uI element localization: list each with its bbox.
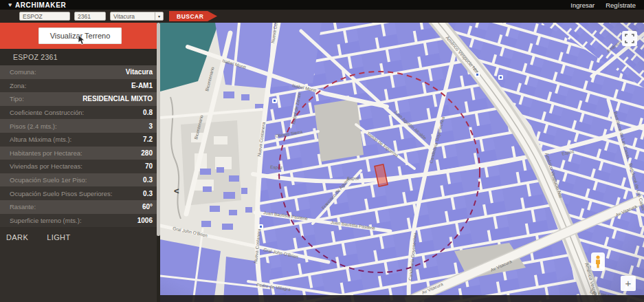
table-row: Comuna: Vitacura: [0, 65, 160, 79]
row-label: Ocupación Suelo 1er Piso:: [10, 176, 87, 184]
table-row: Pisos (2.4 mts.): 3: [0, 119, 160, 133]
row-value: RESIDENCIAL MIXTO: [82, 95, 153, 103]
row-value: 7.2: [143, 136, 153, 143]
row-value: 0.8: [143, 109, 153, 116]
row-value: 60°: [142, 203, 153, 211]
table-row: Superficie terreno (mts.): 1006: [0, 214, 160, 228]
row-label: Zona:: [10, 82, 26, 89]
register-link[interactable]: Regístrate: [606, 1, 636, 9]
map-canvas[interactable]: Nueva Costanera Nueva Costanera Nueva Co…: [160, 23, 644, 302]
table-row: Rasante: 60°: [0, 200, 160, 214]
map-bottom-bar: [160, 295, 644, 302]
row-label: Coeficiente Construcción:: [10, 109, 84, 116]
row-label: Habitantes por Hectarea:: [10, 149, 82, 157]
buscar-button[interactable]: BUSCAR: [169, 11, 217, 21]
table-row: Habitantes por Hectarea: 280: [0, 147, 160, 160]
zoom-in-button[interactable]: +: [621, 276, 636, 291]
logo-text: ARCHIMAKER: [15, 1, 66, 9]
table-row: Altura Máxima (mts.): 7.2: [0, 133, 160, 147]
row-label: Viviendas por Hectareas:: [10, 162, 82, 170]
archimaker-logo-icon: ♥: [8, 2, 12, 8]
comuna-selected-value: Vitacura: [111, 13, 135, 20]
pegman-control[interactable]: [591, 252, 605, 271]
row-value: 280: [141, 149, 153, 157]
row-label: Rasante:: [10, 203, 36, 211]
theme-dark-button[interactable]: DARK: [6, 233, 28, 241]
visualizar-terreno-button[interactable]: Visualizar Terreno: [38, 28, 122, 44]
row-label: Altura Máxima (mts.):: [10, 136, 71, 143]
row-label: Comuna:: [10, 68, 36, 76]
table-row: Ocupación Suelo 1er Piso: 0.3: [0, 173, 160, 187]
search-bar: Vitacura ▾ BUSCAR: [0, 10, 644, 23]
building: [214, 136, 227, 144]
table-row: Coeficiente Construcción: 0.8: [0, 106, 160, 120]
theme-switcher: DARK LIGHT: [0, 233, 160, 241]
table-row: Ocupación Suelo Pisos Superiores: 0.3: [0, 186, 160, 200]
results-sidebar: Visualizar Terreno ESPOZ 2361 Comuna: Vi…: [0, 23, 160, 302]
result-title: ESPOZ 2361: [0, 49, 160, 65]
row-value: 3: [148, 122, 153, 130]
row-value: Vitacura: [126, 68, 153, 76]
row-label: Pisos (2.4 mts.):: [10, 122, 57, 130]
action-banner: Visualizar Terreno: [0, 23, 160, 49]
svg-text:+: +: [625, 277, 632, 289]
login-link[interactable]: Ingresar: [570, 1, 595, 9]
row-value: 0.3: [143, 176, 153, 184]
table-row: Tipo: RESIDENCIAL MIXTO: [0, 92, 160, 106]
row-value: 0.3: [143, 190, 153, 197]
table-row: Viviendas por Hectareas: 70: [0, 160, 160, 173]
archimaker-logo[interactable]: ♥ ARCHIMAKER: [8, 1, 66, 9]
fullscreen-button[interactable]: [622, 31, 637, 46]
account-links: Ingresar Regístrate: [570, 1, 636, 9]
row-value: E-AM1: [131, 82, 153, 89]
comuna-select[interactable]: Vitacura ▾: [110, 12, 164, 21]
number-input[interactable]: [74, 12, 106, 21]
row-value: 70: [145, 162, 153, 170]
chevron-down-icon: ▾: [155, 12, 163, 20]
row-label: Superficie terreno (mts.):: [10, 217, 82, 224]
street-input[interactable]: [19, 12, 70, 21]
theme-light-button[interactable]: LIGHT: [47, 233, 70, 241]
top-bar: ♥ ARCHIMAKER Ingresar Regístrate: [0, 0, 644, 10]
map-container: Nueva Costanera Nueva Costanera Nueva Co…: [160, 23, 644, 302]
gray-building-block: [314, 98, 364, 162]
row-value: 1006: [137, 217, 153, 224]
row-label: Ocupación Suelo Pisos Superiores:: [10, 190, 112, 197]
table-row: Zona: E-AM1: [0, 79, 160, 93]
collapse-sidebar-button[interactable]: <: [174, 186, 179, 195]
row-label: Tipo:: [10, 95, 24, 103]
